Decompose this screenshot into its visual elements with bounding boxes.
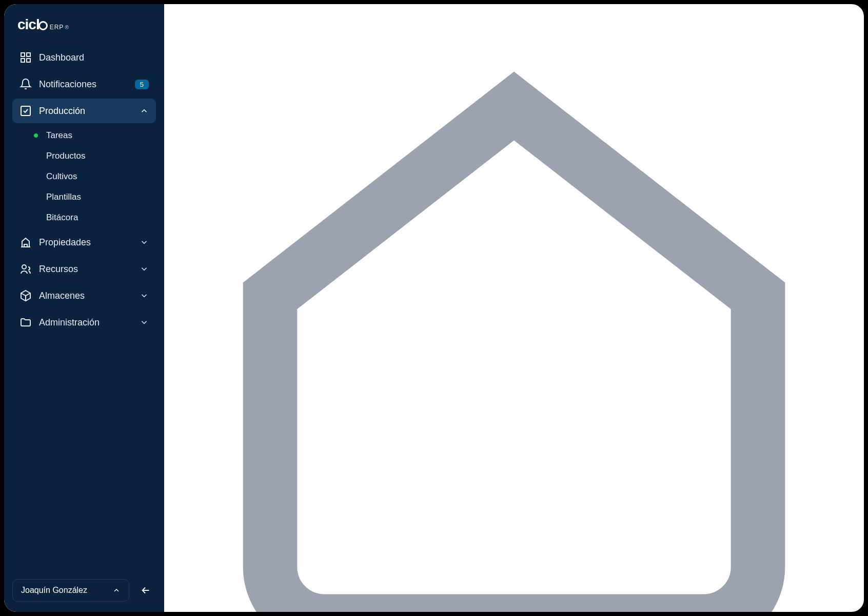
nav-cultivos[interactable]: Cultivos [27, 166, 156, 187]
logo: cicl ERP ® [12, 16, 156, 45]
nav-prod-label: Producción [39, 106, 132, 117]
chevron-down-icon [140, 264, 149, 274]
chevron-up-icon [140, 106, 149, 116]
nav-productos[interactable]: Productos [27, 146, 156, 166]
package-icon [19, 290, 32, 302]
folder-icon [19, 316, 32, 329]
nav-alm-label: Almacenes [39, 291, 132, 301]
user-name: Joaquín González [21, 586, 87, 595]
nav-rec-label: Recursos [39, 264, 132, 275]
chevron-down-icon [140, 238, 149, 247]
nav-recursos[interactable]: Recursos [12, 257, 156, 281]
svg-rect-3 [27, 59, 30, 62]
chevron-down-icon [140, 318, 149, 327]
svg-rect-1 [27, 53, 30, 56]
user-menu[interactable]: Joaquín González [12, 579, 129, 602]
notif-badge: 5 [135, 80, 149, 89]
nav-notifications[interactable]: Notificaciones 5 [12, 72, 156, 97]
nav-produccion[interactable]: Producción [12, 99, 156, 123]
building-icon [19, 236, 32, 248]
svg-rect-0 [21, 53, 25, 56]
nav-bitacora-label: Bitácora [46, 213, 78, 223]
nav-almacenes[interactable]: Almacenes [12, 283, 156, 308]
nav-dashboard[interactable]: Dashboard [12, 45, 156, 70]
check-square-icon [19, 105, 32, 117]
logo-sub: ERP [50, 24, 64, 31]
nav-tareas[interactable]: Tareas [27, 125, 156, 146]
bell-icon [19, 78, 32, 90]
users-icon [19, 263, 32, 275]
grid-icon [19, 51, 32, 64]
svg-rect-2 [21, 59, 25, 62]
nav-dashboard-label: Dashboard [39, 52, 149, 63]
nav-tareas-label: Tareas [46, 130, 72, 141]
nav-notif-label: Notificaciones [39, 79, 128, 90]
nav-bitacora[interactable]: Bitácora [27, 207, 156, 228]
home-icon [189, 25, 839, 612]
nav-productos-label: Productos [46, 151, 86, 161]
chevron-down-icon [140, 291, 149, 300]
nav-admin-label: Administración [39, 317, 132, 328]
active-dot [34, 133, 38, 138]
svg-point-5 [22, 265, 26, 269]
collapse-sidebar-button[interactable] [135, 580, 156, 601]
nav-cultivos-label: Cultivos [46, 171, 77, 182]
nav-propiedades[interactable]: Propiedades [12, 230, 156, 255]
nav-administracion[interactable]: Administración [12, 310, 156, 335]
nav-plantillas-label: Plantillas [46, 192, 81, 202]
chevron-up-icon [112, 586, 121, 594]
svg-rect-4 [21, 106, 30, 116]
nav-prop-label: Propiedades [39, 237, 132, 248]
nav-plantillas[interactable]: Plantillas [27, 187, 156, 207]
breadcrumb[interactable] [189, 25, 839, 612]
logo-text: cicl [17, 16, 40, 32]
